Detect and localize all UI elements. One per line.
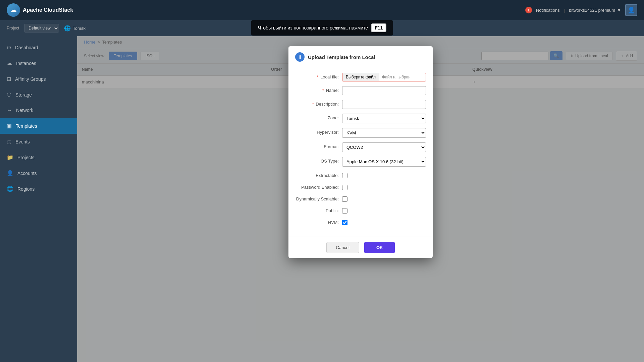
ok-button[interactable]: OK (364, 242, 395, 253)
dynamically-scalable-checkbox[interactable] (342, 196, 347, 202)
name-input[interactable] (342, 86, 426, 95)
os-type-row: OS Type: Apple Mac OS X 10.6 (32-bit) (295, 157, 426, 167)
zone-select[interactable]: Tomsk (342, 114, 426, 123)
sidebar-item-label: Network (16, 108, 33, 113)
sidebar-item-instances[interactable]: ☁ Instances (0, 55, 77, 71)
fullscreen-hint: Чтобы выйти из полноэкранного режима, на… (251, 20, 393, 36)
format-row: Format: QCOW2 (295, 142, 426, 152)
profile-icon[interactable]: 👤 (625, 4, 637, 16)
sidebar-item-label: Regions (17, 186, 35, 192)
sidebar-item-label: Storage (15, 92, 32, 98)
cancel-button[interactable]: Cancel (326, 242, 359, 253)
sidebar-item-label: Templates (16, 123, 37, 129)
description-input[interactable] (342, 100, 426, 109)
project-label: Project (7, 26, 19, 31)
hvm-checkbox[interactable] (342, 220, 347, 225)
events-icon: ◷ (7, 138, 11, 145)
instances-icon: ☁ (7, 60, 12, 66)
sidebar-item-projects[interactable]: 📁 Projects (0, 149, 77, 165)
file-input-area: Выберите файл Файл н...ыбран (342, 73, 426, 81)
os-type-select[interactable]: Apple Mac OS X 10.6 (32-bit) (342, 157, 426, 167)
sidebar-item-events[interactable]: ◷ Events (0, 134, 77, 149)
zone-label: Tomsk (73, 26, 86, 31)
dialog-title: Upload Template from Local (308, 54, 375, 60)
logo: ☁ Apache CloudStack (7, 3, 73, 17)
project-select[interactable]: Default view (24, 24, 59, 33)
dialog-backdrop: ⬆ Upload Template from Local * Local fil… (77, 36, 644, 362)
notifications-label[interactable]: Notifications (536, 8, 560, 13)
sidebar-item-dashboard[interactable]: ⊙ Dashboard (0, 40, 77, 55)
zone-area: 🌐 Tomsk (64, 25, 86, 32)
hypervisor-select[interactable]: KVM (342, 128, 426, 138)
sidebar-item-label: Affinity Groups (15, 76, 46, 82)
affinity-groups-icon: ⊞ (7, 76, 11, 82)
password-enabled-checkbox[interactable] (342, 185, 347, 190)
public-checkbox[interactable] (342, 208, 347, 214)
globe-icon: 🌐 (64, 25, 71, 32)
sidebar-item-storage[interactable]: ⬡ Storage (0, 87, 77, 103)
sidebar-item-label: Instances (16, 61, 36, 66)
extractable-checkbox[interactable] (342, 173, 347, 178)
zone-label: Zone: (295, 114, 339, 120)
sidebar-item-network[interactable]: ↔ Network (0, 103, 77, 118)
dialog-footer: Cancel OK (288, 237, 433, 258)
extractable-label: Extractable: (295, 171, 339, 178)
regions-icon: 🌐 (7, 186, 13, 192)
dashboard-icon: ⊙ (7, 44, 11, 51)
file-name-display: Файл н...ыбран (379, 73, 413, 81)
templates-icon: ▣ (7, 123, 12, 129)
extractable-row: Extractable: (295, 171, 426, 178)
sidebar-item-accounts[interactable]: 👤 Accounts (0, 165, 77, 181)
user-dropdown-arrow: ▼ (617, 8, 621, 13)
hvm-label: HVM: (295, 218, 339, 225)
logo-text: Apache CloudStack (23, 7, 73, 13)
sidebar-item-affinity-groups[interactable]: ⊞ Affinity Groups (0, 71, 77, 87)
projects-icon: 📁 (7, 154, 13, 161)
content-area: Home > Templates Select view: Templates … (77, 36, 644, 362)
format-label: Format: (295, 142, 339, 149)
local-file-label: * Local file: (295, 73, 339, 79)
description-label: * Description: (295, 100, 339, 107)
user-menu[interactable]: bitworks14521 premium ▼ (569, 8, 621, 13)
network-icon: ↔ (7, 107, 12, 113)
topbar-divider: | (564, 8, 565, 13)
logo-icon: ☁ (7, 3, 20, 17)
hypervisor-row: Hypervisor: KVM (295, 128, 426, 138)
username: bitworks14521 premium (569, 8, 615, 13)
main-layout: ⊙ Dashboard ☁ Instances ⊞ Affinity Group… (0, 36, 644, 362)
sidebar-item-label: Accounts (17, 171, 37, 176)
sidebar: ⊙ Dashboard ☁ Instances ⊞ Affinity Group… (0, 36, 77, 362)
notifications-badge[interactable]: 1 (525, 7, 532, 13)
sidebar-item-label: Dashboard (15, 45, 38, 50)
sidebar-item-templates[interactable]: ▣ Templates (0, 118, 77, 134)
sidebar-item-label: Projects (17, 155, 35, 160)
description-row: * Description: (295, 100, 426, 109)
accounts-icon: 👤 (7, 170, 13, 176)
hvm-row: HVM: (295, 218, 426, 225)
public-label: Public: (295, 206, 339, 213)
name-label: * Name: (295, 86, 339, 93)
topbar-right: 1 Notifications | bitworks14521 premium … (525, 4, 637, 16)
upload-template-dialog: ⬆ Upload Template from Local * Local fil… (288, 46, 433, 258)
local-file-row: * Local file: Выберите файл Файл н...ыбр… (295, 73, 426, 81)
public-row: Public: (295, 206, 426, 214)
sidebar-item-regions[interactable]: 🌐 Regions (0, 181, 77, 197)
os-type-label: OS Type: (295, 157, 339, 164)
f11-badge: F11 (371, 23, 386, 32)
file-choose-button[interactable]: Выберите файл (342, 73, 379, 81)
dialog-header: ⬆ Upload Template from Local (288, 46, 433, 66)
password-enabled-label: Password Enabled: (295, 183, 339, 190)
topbar: ☁ Apache CloudStack 1 Notifications | bi… (0, 0, 644, 20)
name-row: * Name: (295, 86, 426, 95)
password-enabled-row: Password Enabled: (295, 183, 426, 190)
dynamically-scalable-row: Dynamically Scalable: (295, 195, 426, 202)
sidebar-item-label: Events (15, 139, 30, 144)
dialog-body: * Local file: Выберите файл Файл н...ыбр… (288, 66, 433, 237)
zone-row: Zone: Tomsk (295, 114, 426, 123)
fullscreen-hint-text: Чтобы выйти из полноэкранного режима, на… (258, 25, 368, 31)
hypervisor-label: Hypervisor: (295, 128, 339, 135)
format-select[interactable]: QCOW2 (342, 142, 426, 152)
dynamically-scalable-label: Dynamically Scalable: (295, 195, 339, 201)
storage-icon: ⬡ (7, 92, 11, 98)
dialog-title-icon: ⬆ (295, 52, 305, 62)
